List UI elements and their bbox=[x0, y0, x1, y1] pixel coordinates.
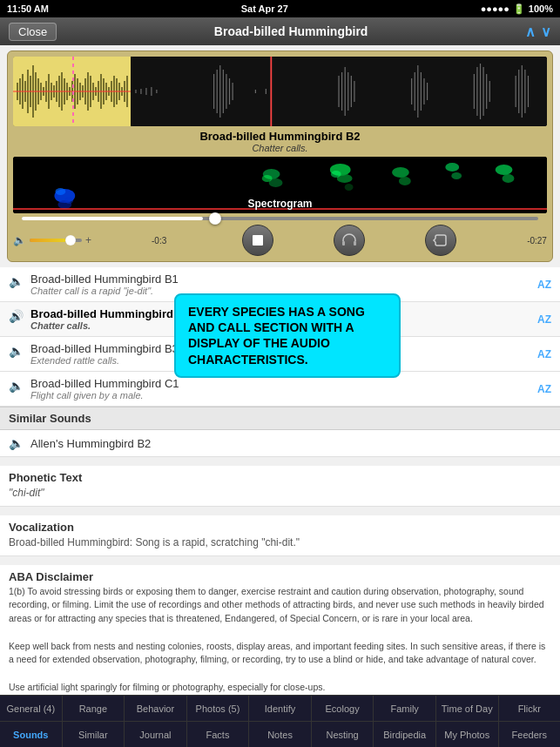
status-date: Sat Apr 27 bbox=[241, 3, 288, 14]
spectrogram-label: Spectrogram bbox=[247, 198, 312, 210]
nav-title: Broad-billed Hummingbird bbox=[214, 24, 368, 38]
stop-button[interactable] bbox=[242, 225, 273, 256]
tab-timeofday[interactable]: Time of Day bbox=[436, 696, 499, 721]
tab-journal[interactable]: Journal bbox=[125, 722, 187, 747]
track-name: Broad-billed Hummingbird B2 bbox=[13, 130, 547, 143]
loop-button[interactable] bbox=[425, 225, 456, 256]
time-elapsed: -0:3 bbox=[152, 236, 182, 246]
tab-ecology[interactable]: Ecology bbox=[312, 696, 374, 721]
audio-player: Broad-billed Hummingbird B2 Chatter call… bbox=[7, 50, 553, 262]
phonetic-section: Phonetic Text "chi-dit" bbox=[0, 466, 560, 507]
spectrogram-display[interactable]: Spectrogram bbox=[13, 157, 547, 213]
tab-facts[interactable]: Facts bbox=[187, 722, 250, 747]
battery-pct: 100% bbox=[529, 3, 553, 14]
tab-row-1: General (4) Range Behavior Photos (5) Id… bbox=[0, 695, 560, 721]
svg-point-95 bbox=[345, 184, 354, 191]
tab-photos[interactable]: Photos (5) bbox=[187, 696, 250, 721]
volume-thumb[interactable] bbox=[65, 235, 76, 246]
svg-point-91 bbox=[262, 175, 273, 182]
svg-point-96 bbox=[392, 167, 409, 178]
phonetic-content: "chi-dit" bbox=[9, 486, 551, 501]
volume-up-icon: + bbox=[85, 234, 91, 246]
track-item-name: Broad-billed Hummingbird B1 bbox=[30, 273, 537, 286]
svg-point-94 bbox=[331, 171, 341, 178]
similar-sounds-header: Similar Sounds bbox=[0, 407, 560, 430]
waveform-display[interactable] bbox=[13, 57, 547, 126]
speaker-icon: 🔈 bbox=[9, 379, 24, 393]
annotation-text: EVERY SPECIES HAS A SONG AND CALL SECTIO… bbox=[188, 305, 365, 367]
playhead-line bbox=[72, 57, 74, 126]
svg-point-98 bbox=[445, 163, 459, 172]
svg-point-101 bbox=[503, 174, 515, 183]
progress-track[interactable] bbox=[22, 217, 538, 220]
status-bar: 11:50 AM Sat Apr 27 ●●●●● 🔋 100% bbox=[0, 0, 560, 17]
tab-similar[interactable]: Similar bbox=[63, 722, 125, 747]
track-item-info: Broad-billed Hummingbird C1 Flight call … bbox=[30, 377, 537, 400]
signal-icon: ●●●●● bbox=[481, 3, 509, 14]
aba-section: ABA Disclaimer 1(b) To avoid stressing b… bbox=[0, 565, 560, 695]
track-info: Broad-billed Hummingbird B2 Chatter call… bbox=[13, 130, 547, 153]
headphone-button[interactable] bbox=[334, 225, 365, 256]
tab-sounds[interactable]: Sounds bbox=[0, 722, 63, 747]
tab-birdipedia[interactable]: Birdipedia bbox=[374, 722, 436, 747]
track-desc: Chatter calls. bbox=[13, 143, 547, 153]
svg-point-97 bbox=[399, 177, 411, 185]
nav-up-arrow[interactable]: ∧ bbox=[525, 24, 536, 40]
tab-notes[interactable]: Notes bbox=[249, 722, 312, 747]
speaker-icon-active: 🔊 bbox=[9, 309, 24, 323]
tab-myphotos[interactable]: My Photos bbox=[436, 722, 499, 747]
svg-point-100 bbox=[496, 165, 513, 175]
tab-identify[interactable]: Identify bbox=[249, 696, 312, 721]
volume-control[interactable]: 🔈 + bbox=[13, 234, 91, 246]
similar-item-name: Allen's Hummingbird B2 bbox=[30, 437, 151, 450]
vocalization-title: Vocalization bbox=[9, 521, 551, 534]
tab-general[interactable]: General (4) bbox=[0, 696, 63, 721]
tab-family[interactable]: Family bbox=[374, 696, 436, 721]
spacer bbox=[0, 556, 560, 565]
time-remaining: -0:27 bbox=[516, 236, 547, 246]
close-button[interactable]: Close bbox=[9, 23, 57, 41]
volume-fill bbox=[30, 239, 66, 242]
spacer bbox=[0, 457, 560, 466]
svg-point-99 bbox=[451, 172, 462, 179]
progress-bar[interactable] bbox=[13, 217, 547, 220]
progress-fill bbox=[22, 217, 203, 220]
bottom-tabs: General (4) Range Behavior Photos (5) Id… bbox=[0, 695, 560, 747]
waveform-right bbox=[131, 57, 547, 126]
tab-row-2: Sounds Similar Journal Facts Notes Nesti… bbox=[0, 721, 560, 747]
similar-sound-item[interactable]: 🔈 Allen's Hummingbird B2 bbox=[0, 430, 560, 457]
aba-title: ABA Disclaimer bbox=[9, 570, 551, 583]
track-az-label: AZ bbox=[537, 383, 551, 395]
waveform-left bbox=[13, 57, 131, 126]
tab-flickr[interactable]: Flickr bbox=[499, 696, 561, 721]
track-item-sub: Flight call given by a male. bbox=[30, 390, 537, 400]
nav-arrows: ∧ ∨ bbox=[525, 24, 551, 40]
track-item-name: Broad-billed Hummingbird C1 bbox=[30, 377, 537, 390]
tab-behavior[interactable]: Behavior bbox=[125, 696, 187, 721]
vocalization-section: Vocalization Broad-billed Hummingbird: S… bbox=[0, 515, 560, 556]
speaker-icon: 🔈 bbox=[9, 274, 24, 288]
track-az-label: AZ bbox=[537, 348, 551, 360]
volume-down-icon: 🔈 bbox=[13, 234, 26, 246]
nav-down-arrow[interactable]: ∨ bbox=[541, 24, 551, 40]
track-az-label: AZ bbox=[537, 279, 551, 291]
tab-nesting[interactable]: Nesting bbox=[312, 722, 374, 747]
progress-thumb[interactable] bbox=[209, 212, 221, 225]
tab-feeders[interactable]: Feeders bbox=[499, 722, 561, 747]
track-list-container: EVERY SPECIES HAS A SONG AND CALL SECTIO… bbox=[0, 267, 560, 407]
svg-rect-104 bbox=[354, 241, 356, 246]
volume-track[interactable] bbox=[30, 239, 82, 242]
track-az-label: AZ bbox=[537, 313, 551, 326]
speaker-icon: 🔈 bbox=[9, 344, 24, 358]
content-area: Broad-billed Hummingbird B2 Chatter call… bbox=[0, 45, 560, 695]
annotation-bubble: EVERY SPECIES HAS A SONG AND CALL SECTIO… bbox=[174, 293, 401, 378]
svg-rect-103 bbox=[342, 241, 345, 246]
similar-sounds-title: Similar Sounds bbox=[9, 412, 91, 425]
tab-range[interactable]: Range bbox=[63, 696, 125, 721]
controls-row: 🔈 + -0:3 bbox=[13, 225, 547, 256]
spacer bbox=[0, 507, 560, 515]
status-right: ●●●●● 🔋 100% bbox=[481, 3, 553, 15]
aba-content: 1(b) To avoid stressing birds or exposin… bbox=[9, 585, 551, 695]
svg-point-87 bbox=[55, 188, 65, 195]
status-time: 11:50 AM bbox=[7, 3, 49, 14]
